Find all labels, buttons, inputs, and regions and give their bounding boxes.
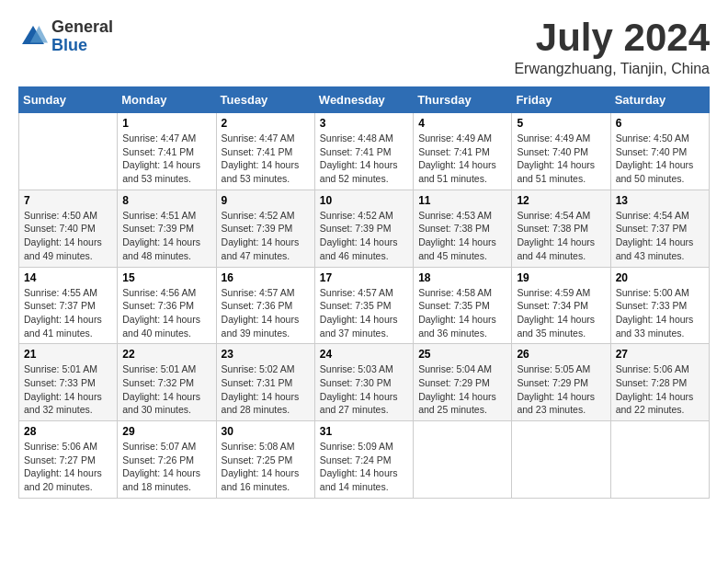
day-info: Sunrise: 5:03 AMSunset: 7:30 PMDaylight:… bbox=[320, 362, 408, 417]
calendar-cell: 25Sunrise: 5:04 AMSunset: 7:29 PMDayligh… bbox=[414, 344, 512, 421]
calendar-cell: 26Sunrise: 5:05 AMSunset: 7:29 PMDayligh… bbox=[512, 344, 610, 421]
week-row-5: 28Sunrise: 5:06 AMSunset: 7:27 PMDayligh… bbox=[19, 421, 710, 499]
day-info: Sunrise: 4:47 AMSunset: 7:41 PMDaylight:… bbox=[222, 132, 310, 186]
day-info: Sunrise: 4:52 AMSunset: 7:39 PMDaylight:… bbox=[222, 209, 310, 263]
day-info: Sunrise: 4:49 AMSunset: 7:41 PMDaylight:… bbox=[418, 132, 506, 186]
calendar-cell: 1Sunrise: 4:47 AMSunset: 7:41 PMDaylight… bbox=[118, 113, 216, 190]
day-header-monday: Monday bbox=[118, 87, 216, 113]
day-number: 26 bbox=[517, 348, 605, 361]
calendar-cell: 12Sunrise: 4:54 AMSunset: 7:38 PMDayligh… bbox=[512, 190, 610, 267]
day-info: Sunrise: 4:55 AMSunset: 7:37 PMDaylight:… bbox=[24, 286, 112, 340]
day-number: 12 bbox=[517, 194, 605, 207]
calendar-cell: 28Sunrise: 5:06 AMSunset: 7:27 PMDayligh… bbox=[19, 421, 118, 499]
calendar-cell: 29Sunrise: 5:07 AMSunset: 7:26 PMDayligh… bbox=[118, 421, 216, 499]
day-info: Sunrise: 4:50 AMSunset: 7:40 PMDaylight:… bbox=[616, 132, 704, 186]
calendar-cell bbox=[19, 113, 118, 190]
calendar-cell bbox=[512, 421, 610, 499]
day-info: Sunrise: 4:50 AMSunset: 7:40 PMDaylight:… bbox=[24, 209, 112, 263]
day-number: 18 bbox=[418, 271, 506, 284]
day-number: 31 bbox=[320, 425, 408, 438]
day-info: Sunrise: 4:52 AMSunset: 7:39 PMDaylight:… bbox=[320, 209, 408, 263]
day-info: Sunrise: 4:59 AMSunset: 7:34 PMDaylight:… bbox=[517, 286, 605, 340]
calendar-cell: 5Sunrise: 4:49 AMSunset: 7:40 PMDaylight… bbox=[512, 113, 610, 190]
day-info: Sunrise: 5:00 AMSunset: 7:33 PMDaylight:… bbox=[616, 286, 704, 340]
calendar-cell bbox=[610, 421, 709, 499]
calendar-cell: 7Sunrise: 4:50 AMSunset: 7:40 PMDaylight… bbox=[19, 190, 118, 267]
calendar-cell: 30Sunrise: 5:08 AMSunset: 7:25 PMDayligh… bbox=[216, 421, 314, 499]
day-number: 22 bbox=[122, 348, 210, 361]
day-number: 4 bbox=[418, 117, 506, 130]
day-number: 17 bbox=[320, 271, 408, 284]
main-title: July 2024 bbox=[514, 18, 710, 57]
day-info: Sunrise: 4:57 AMSunset: 7:36 PMDaylight:… bbox=[222, 286, 310, 340]
day-header-thursday: Thursday bbox=[414, 87, 512, 113]
title-section: July 2024 Erwangzhuang, Tianjin, China bbox=[514, 18, 710, 77]
day-number: 29 bbox=[122, 425, 210, 438]
logo-blue-text: Blue bbox=[51, 37, 113, 55]
day-number: 16 bbox=[222, 271, 310, 284]
calendar-cell: 31Sunrise: 5:09 AMSunset: 7:24 PMDayligh… bbox=[314, 421, 413, 499]
calendar-cell: 19Sunrise: 4:59 AMSunset: 7:34 PMDayligh… bbox=[512, 267, 610, 344]
day-number: 30 bbox=[222, 425, 310, 438]
day-number: 9 bbox=[222, 194, 310, 207]
day-info: Sunrise: 5:06 AMSunset: 7:27 PMDaylight:… bbox=[24, 440, 112, 494]
week-row-3: 14Sunrise: 4:55 AMSunset: 7:37 PMDayligh… bbox=[19, 267, 710, 344]
logo-icon bbox=[18, 22, 48, 52]
calendar-header-row: SundayMondayTuesdayWednesdayThursdayFrid… bbox=[19, 87, 710, 113]
day-number: 23 bbox=[222, 348, 310, 361]
day-number: 20 bbox=[616, 271, 704, 284]
day-info: Sunrise: 5:07 AMSunset: 7:26 PMDaylight:… bbox=[122, 440, 210, 494]
day-number: 28 bbox=[24, 425, 112, 438]
day-info: Sunrise: 4:56 AMSunset: 7:36 PMDaylight:… bbox=[122, 286, 210, 340]
day-number: 10 bbox=[320, 194, 408, 207]
day-number: 6 bbox=[616, 117, 704, 130]
calendar-cell: 4Sunrise: 4:49 AMSunset: 7:41 PMDaylight… bbox=[414, 113, 512, 190]
calendar-cell: 6Sunrise: 4:50 AMSunset: 7:40 PMDaylight… bbox=[610, 113, 709, 190]
calendar-cell: 8Sunrise: 4:51 AMSunset: 7:39 PMDaylight… bbox=[118, 190, 216, 267]
page-header: General Blue July 2024 Erwangzhuang, Tia… bbox=[18, 18, 710, 77]
calendar-cell: 9Sunrise: 4:52 AMSunset: 7:39 PMDaylight… bbox=[216, 190, 314, 267]
day-number: 5 bbox=[517, 117, 605, 130]
logo: General Blue bbox=[18, 18, 113, 55]
day-info: Sunrise: 4:54 AMSunset: 7:38 PMDaylight:… bbox=[517, 209, 605, 263]
day-info: Sunrise: 4:58 AMSunset: 7:35 PMDaylight:… bbox=[418, 286, 506, 340]
calendar-cell: 15Sunrise: 4:56 AMSunset: 7:36 PMDayligh… bbox=[118, 267, 216, 344]
day-number: 1 bbox=[122, 117, 210, 130]
day-number: 27 bbox=[616, 348, 704, 361]
day-info: Sunrise: 4:49 AMSunset: 7:40 PMDaylight:… bbox=[517, 132, 605, 186]
day-info: Sunrise: 5:08 AMSunset: 7:25 PMDaylight:… bbox=[222, 440, 310, 494]
calendar-cell: 3Sunrise: 4:48 AMSunset: 7:41 PMDaylight… bbox=[314, 113, 413, 190]
calendar-cell: 16Sunrise: 4:57 AMSunset: 7:36 PMDayligh… bbox=[216, 267, 314, 344]
logo-general-text: General bbox=[51, 18, 113, 37]
day-info: Sunrise: 5:06 AMSunset: 7:28 PMDaylight:… bbox=[616, 362, 704, 417]
calendar-cell: 2Sunrise: 4:47 AMSunset: 7:41 PMDaylight… bbox=[216, 113, 314, 190]
day-number: 19 bbox=[517, 271, 605, 284]
calendar-cell: 11Sunrise: 4:53 AMSunset: 7:38 PMDayligh… bbox=[414, 190, 512, 267]
day-number: 15 bbox=[122, 271, 210, 284]
day-number: 13 bbox=[616, 194, 704, 207]
week-row-4: 21Sunrise: 5:01 AMSunset: 7:33 PMDayligh… bbox=[19, 344, 710, 421]
day-number: 8 bbox=[122, 194, 210, 207]
calendar-cell: 27Sunrise: 5:06 AMSunset: 7:28 PMDayligh… bbox=[610, 344, 709, 421]
day-info: Sunrise: 5:05 AMSunset: 7:29 PMDaylight:… bbox=[517, 362, 605, 417]
day-info: Sunrise: 4:48 AMSunset: 7:41 PMDaylight:… bbox=[320, 132, 408, 186]
day-header-friday: Friday bbox=[512, 87, 610, 113]
day-header-wednesday: Wednesday bbox=[314, 87, 413, 113]
week-row-2: 7Sunrise: 4:50 AMSunset: 7:40 PMDaylight… bbox=[19, 190, 710, 267]
calendar-cell: 18Sunrise: 4:58 AMSunset: 7:35 PMDayligh… bbox=[414, 267, 512, 344]
calendar-cell: 17Sunrise: 4:57 AMSunset: 7:35 PMDayligh… bbox=[314, 267, 413, 344]
calendar-cell: 14Sunrise: 4:55 AMSunset: 7:37 PMDayligh… bbox=[19, 267, 118, 344]
day-number: 14 bbox=[24, 271, 112, 284]
calendar-cell: 13Sunrise: 4:54 AMSunset: 7:37 PMDayligh… bbox=[610, 190, 709, 267]
day-number: 2 bbox=[222, 117, 310, 130]
day-info: Sunrise: 5:09 AMSunset: 7:24 PMDaylight:… bbox=[320, 440, 408, 494]
day-number: 11 bbox=[418, 194, 506, 207]
day-info: Sunrise: 5:02 AMSunset: 7:31 PMDaylight:… bbox=[222, 362, 310, 417]
calendar-cell bbox=[414, 421, 512, 499]
subtitle: Erwangzhuang, Tianjin, China bbox=[514, 61, 710, 77]
calendar-cell: 21Sunrise: 5:01 AMSunset: 7:33 PMDayligh… bbox=[19, 344, 118, 421]
calendar-cell: 20Sunrise: 5:00 AMSunset: 7:33 PMDayligh… bbox=[610, 267, 709, 344]
day-info: Sunrise: 4:47 AMSunset: 7:41 PMDaylight:… bbox=[122, 132, 210, 186]
day-info: Sunrise: 4:57 AMSunset: 7:35 PMDaylight:… bbox=[320, 286, 408, 340]
day-info: Sunrise: 5:01 AMSunset: 7:32 PMDaylight:… bbox=[122, 362, 210, 417]
